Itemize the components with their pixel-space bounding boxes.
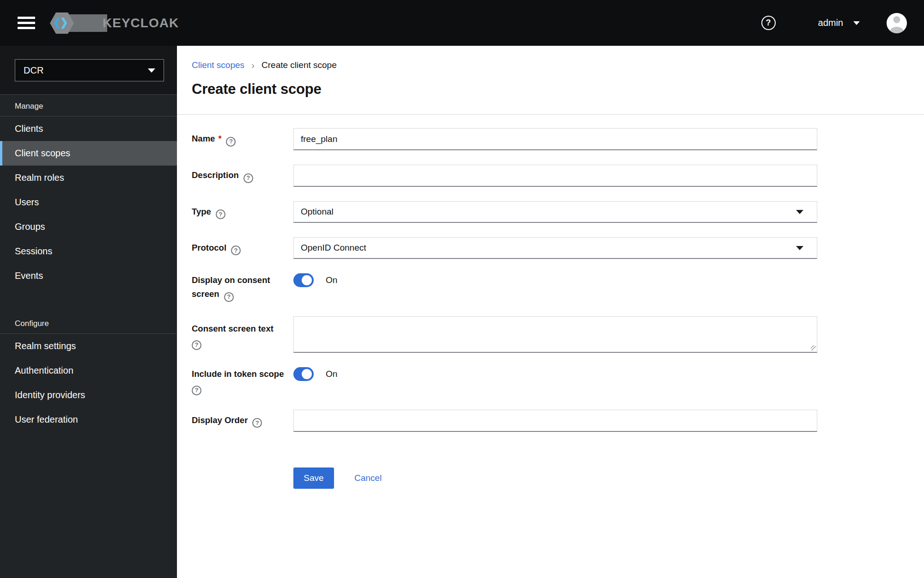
- sidebar-item-clients[interactable]: Clients: [0, 117, 177, 141]
- user-menu[interactable]: admin: [818, 18, 860, 28]
- help-icon[interactable]: ?: [761, 16, 776, 30]
- masthead: KEYCLOAK ? admin: [0, 0, 924, 46]
- sidebar-item-realm-roles[interactable]: Realm roles: [0, 166, 177, 190]
- page-header: Client scopes › Create client scope Crea…: [177, 46, 924, 115]
- keycloak-logo: KEYCLOAK: [49, 12, 179, 35]
- sidebar-item-groups[interactable]: Groups: [0, 215, 177, 239]
- type-help-icon[interactable]: ?: [216, 209, 225, 219]
- realm-name: DCR: [24, 65, 43, 76]
- form-row-name: Name*?: [192, 128, 924, 150]
- consent-text-textarea[interactable]: [293, 316, 817, 353]
- sidebar-item-user-federation[interactable]: User federation: [0, 407, 177, 432]
- brand-text: KEYCLOAK: [103, 16, 179, 31]
- description-help-icon[interactable]: ?: [243, 173, 253, 183]
- avatar[interactable]: [887, 13, 907, 33]
- chevron-down-icon: [796, 246, 803, 250]
- consent-text-label: Consent screen text ?: [192, 316, 293, 350]
- chevron-down-icon: [796, 210, 803, 214]
- nav-section-title-configure: Configure: [0, 312, 177, 334]
- sidebar-item-identity-providers[interactable]: Identity providers: [0, 383, 177, 407]
- description-label: Description?: [192, 168, 293, 183]
- page-title: Create client scope: [192, 81, 909, 114]
- sidebar-item-sessions[interactable]: Sessions: [0, 239, 177, 264]
- breadcrumb-client-scopes-link[interactable]: Client scopes: [192, 60, 244, 71]
- chevron-down-icon: [148, 68, 155, 73]
- name-label: Name*?: [192, 132, 293, 147]
- nav-section-manage: ManageClientsClient scopesRealm rolesUse…: [0, 95, 177, 288]
- form-row-type: Type? Optional: [192, 201, 924, 223]
- required-asterisk: *: [218, 134, 221, 143]
- include-in-token-help-icon[interactable]: ?: [192, 386, 201, 395]
- name-help-icon[interactable]: ?: [226, 137, 236, 147]
- form-row-include-in-token: Include in token scope ? On: [192, 367, 924, 395]
- save-button[interactable]: Save: [293, 467, 334, 489]
- form-row-display-order: Display Order?: [192, 410, 924, 432]
- sidebar-item-users[interactable]: Users: [0, 190, 177, 215]
- form-row-description: Description?: [192, 165, 924, 187]
- breadcrumb: Client scopes › Create client scope: [192, 60, 909, 71]
- protocol-label: Protocol?: [192, 241, 293, 256]
- protocol-select[interactable]: OpenID Connect: [293, 237, 817, 259]
- protocol-help-icon[interactable]: ?: [231, 246, 241, 255]
- keycloak-hexagon-icon: [49, 12, 109, 35]
- include-in-token-toggle[interactable]: [293, 367, 314, 381]
- sidebar-item-authentication[interactable]: Authentication: [0, 358, 177, 383]
- user-name: admin: [818, 18, 843, 28]
- cancel-button[interactable]: Cancel: [354, 473, 382, 483]
- form-actions: Save Cancel: [293, 467, 924, 517]
- type-label: Type?: [192, 205, 293, 220]
- form-row-consent-text: Consent screen text ?: [192, 316, 924, 353]
- display-on-consent-help-icon[interactable]: ?: [224, 292, 234, 302]
- breadcrumb-separator-icon: ›: [251, 60, 255, 71]
- type-select[interactable]: Optional: [293, 201, 817, 223]
- form-row-display-on-consent: Display on consent screen? On: [192, 273, 924, 302]
- display-on-consent-toggle[interactable]: [293, 273, 314, 287]
- form-row-protocol: Protocol? OpenID Connect: [192, 237, 924, 259]
- avatar-person-icon: [894, 16, 900, 23]
- sidebar: DCR ManageClientsClient scopesRealm role…: [0, 46, 177, 578]
- main-content: Client scopes › Create client scope Crea…: [177, 46, 924, 578]
- include-in-token-label: Include in token scope ?: [192, 367, 293, 395]
- protocol-select-value: OpenID Connect: [301, 243, 366, 253]
- nav-toggle-icon[interactable]: [18, 14, 35, 32]
- create-client-scope-form: Name*? Description? Type?: [177, 115, 924, 517]
- sidebar-item-client-scopes[interactable]: Client scopes: [0, 141, 177, 166]
- breadcrumb-current: Create client scope: [261, 60, 337, 71]
- nav-section-title-manage: Manage: [0, 95, 177, 117]
- name-input[interactable]: [293, 128, 817, 150]
- nav-list: ClientsClient scopesRealm rolesUsersGrou…: [0, 117, 177, 288]
- nav-section-configure: ConfigureRealm settingsAuthenticationIde…: [0, 312, 177, 432]
- realm-selector-area: DCR: [0, 46, 177, 95]
- display-order-help-icon[interactable]: ?: [252, 418, 262, 428]
- description-input[interactable]: [293, 165, 817, 187]
- nav-list: Realm settingsAuthenticationIdentity pro…: [0, 334, 177, 432]
- display-order-label: Display Order?: [192, 413, 293, 428]
- include-in-token-state: On: [326, 369, 337, 379]
- display-order-input[interactable]: [293, 410, 817, 432]
- display-on-consent-state: On: [326, 275, 337, 285]
- sidebar-nav: ManageClientsClient scopesRealm rolesUse…: [0, 95, 177, 432]
- display-on-consent-label: Display on consent screen?: [192, 273, 293, 302]
- consent-text-help-icon[interactable]: ?: [192, 340, 201, 350]
- sidebar-item-events[interactable]: Events: [0, 264, 177, 288]
- chevron-down-icon: [853, 21, 860, 25]
- sidebar-item-realm-settings[interactable]: Realm settings: [0, 334, 177, 358]
- realm-selector[interactable]: DCR: [15, 59, 164, 81]
- type-select-value: Optional: [301, 207, 334, 217]
